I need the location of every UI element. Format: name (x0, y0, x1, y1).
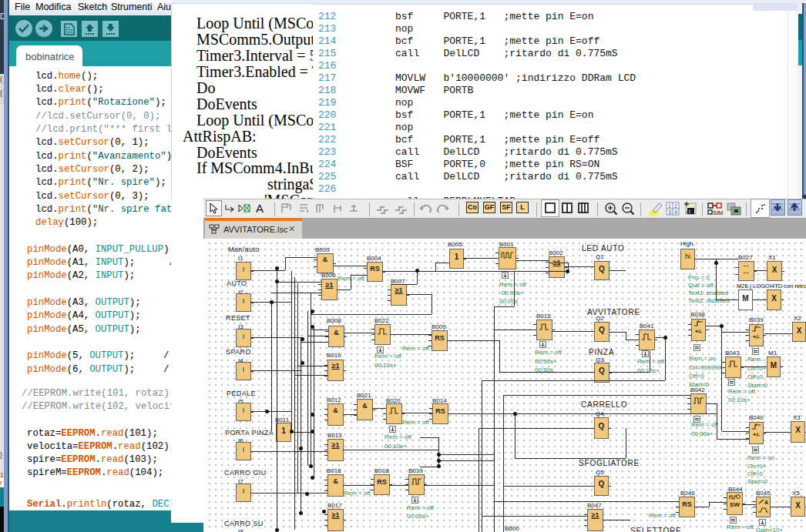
svg-text:3: 3 (668, 209, 671, 215)
svg-text:4: 4 (674, 209, 677, 215)
svg-text:1: 1 (668, 203, 671, 209)
svg-text:I: I (689, 209, 690, 214)
svg-text:2: 2 (674, 203, 677, 209)
svg-text:A: A (764, 500, 768, 505)
svg-text:SIM: SIM (713, 209, 723, 216)
